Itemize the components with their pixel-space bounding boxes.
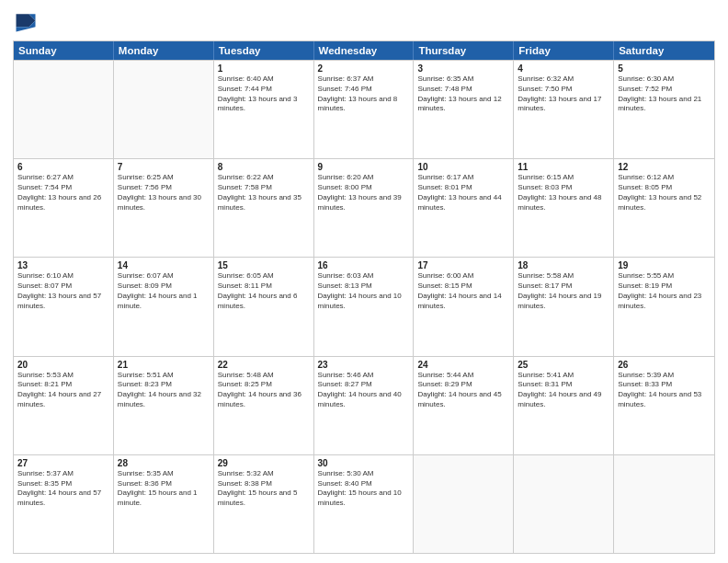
day-cell-12: 12Sunrise: 6:12 AMSunset: 8:05 PMDayligh… bbox=[614, 159, 714, 257]
logo bbox=[13, 9, 40, 35]
day-info: Sunrise: 6:10 AMSunset: 8:07 PMDaylight:… bbox=[17, 271, 109, 311]
calendar-body: 1Sunrise: 6:40 AMSunset: 7:44 PMDaylight… bbox=[14, 60, 714, 553]
header-day-saturday: Saturday bbox=[614, 41, 714, 60]
week-row-2: 6Sunrise: 6:27 AMSunset: 7:54 PMDaylight… bbox=[14, 158, 714, 257]
logo-icon bbox=[13, 9, 39, 35]
calendar-header: SundayMondayTuesdayWednesdayThursdayFrid… bbox=[14, 41, 714, 60]
day-number: 6 bbox=[17, 162, 109, 172]
day-cell-28: 28Sunrise: 5:35 AMSunset: 8:36 PMDayligh… bbox=[114, 455, 214, 553]
day-number: 3 bbox=[417, 63, 509, 74]
day-number: 16 bbox=[318, 260, 410, 270]
day-cell-15: 15Sunrise: 6:05 AMSunset: 8:11 PMDayligh… bbox=[214, 258, 314, 355]
day-cell-23: 23Sunrise: 5:46 AMSunset: 8:27 PMDayligh… bbox=[314, 357, 415, 454]
day-number: 14 bbox=[118, 260, 210, 270]
empty-cell-4-5 bbox=[514, 455, 614, 553]
day-cell-21: 21Sunrise: 5:51 AMSunset: 8:23 PMDayligh… bbox=[114, 357, 214, 454]
day-info: Sunrise: 5:30 AMSunset: 8:40 PMDaylight:… bbox=[318, 469, 410, 509]
day-number: 5 bbox=[618, 63, 711, 74]
empty-cell-0-0 bbox=[14, 61, 114, 158]
day-info: Sunrise: 5:44 AMSunset: 8:29 PMDaylight:… bbox=[417, 371, 509, 410]
day-number: 2 bbox=[318, 63, 410, 74]
week-row-5: 27Sunrise: 5:37 AMSunset: 8:35 PMDayligh… bbox=[14, 454, 714, 553]
day-cell-3: 3Sunrise: 6:35 AMSunset: 7:48 PMDaylight… bbox=[414, 61, 514, 158]
day-cell-10: 10Sunrise: 6:17 AMSunset: 8:01 PMDayligh… bbox=[414, 159, 514, 257]
day-cell-6: 6Sunrise: 6:27 AMSunset: 7:54 PMDaylight… bbox=[14, 159, 114, 257]
day-info: Sunrise: 6:25 AMSunset: 7:56 PMDaylight:… bbox=[118, 173, 210, 213]
day-cell-29: 29Sunrise: 5:32 AMSunset: 8:38 PMDayligh… bbox=[214, 455, 314, 553]
week-row-4: 20Sunrise: 5:53 AMSunset: 8:21 PMDayligh… bbox=[14, 356, 714, 454]
day-number: 26 bbox=[618, 360, 711, 370]
day-cell-22: 22Sunrise: 5:48 AMSunset: 8:25 PMDayligh… bbox=[214, 357, 314, 454]
day-cell-16: 16Sunrise: 6:03 AMSunset: 8:13 PMDayligh… bbox=[314, 258, 415, 355]
day-cell-27: 27Sunrise: 5:37 AMSunset: 8:35 PMDayligh… bbox=[14, 455, 114, 553]
day-info: Sunrise: 6:32 AMSunset: 7:50 PMDaylight:… bbox=[518, 75, 609, 114]
day-cell-20: 20Sunrise: 5:53 AMSunset: 8:21 PMDayligh… bbox=[14, 357, 114, 454]
day-number: 27 bbox=[17, 458, 109, 468]
day-info: Sunrise: 5:35 AMSunset: 8:36 PMDaylight:… bbox=[118, 469, 210, 509]
empty-cell-4-4 bbox=[414, 455, 514, 553]
day-number: 20 bbox=[17, 360, 109, 370]
day-info: Sunrise: 6:15 AMSunset: 8:03 PMDaylight:… bbox=[518, 173, 609, 213]
calendar: SundayMondayTuesdayWednesdayThursdayFrid… bbox=[13, 40, 715, 554]
day-cell-26: 26Sunrise: 5:39 AMSunset: 8:33 PMDayligh… bbox=[614, 357, 714, 454]
day-number: 18 bbox=[518, 260, 609, 270]
day-number: 12 bbox=[618, 162, 711, 172]
day-info: Sunrise: 6:20 AMSunset: 8:00 PMDaylight:… bbox=[318, 173, 410, 213]
header-day-monday: Monday bbox=[114, 41, 214, 60]
day-number: 8 bbox=[218, 162, 310, 172]
day-info: Sunrise: 5:32 AMSunset: 8:38 PMDaylight:… bbox=[218, 469, 310, 509]
day-info: Sunrise: 5:53 AMSunset: 8:21 PMDaylight:… bbox=[17, 371, 109, 410]
day-number: 11 bbox=[518, 162, 609, 172]
day-info: Sunrise: 5:46 AMSunset: 8:27 PMDaylight:… bbox=[318, 371, 410, 410]
day-number: 29 bbox=[218, 458, 310, 468]
day-cell-8: 8Sunrise: 6:22 AMSunset: 7:58 PMDaylight… bbox=[214, 159, 314, 257]
day-info: Sunrise: 5:48 AMSunset: 8:25 PMDaylight:… bbox=[218, 371, 310, 410]
day-cell-17: 17Sunrise: 6:00 AMSunset: 8:15 PMDayligh… bbox=[414, 258, 514, 355]
day-cell-11: 11Sunrise: 6:15 AMSunset: 8:03 PMDayligh… bbox=[514, 159, 614, 257]
day-info: Sunrise: 6:05 AMSunset: 8:11 PMDaylight:… bbox=[218, 271, 310, 311]
day-cell-1: 1Sunrise: 6:40 AMSunset: 7:44 PMDaylight… bbox=[214, 61, 314, 158]
day-cell-18: 18Sunrise: 5:58 AMSunset: 8:17 PMDayligh… bbox=[514, 258, 614, 355]
day-info: Sunrise: 6:30 AMSunset: 7:52 PMDaylight:… bbox=[618, 75, 711, 114]
day-cell-9: 9Sunrise: 6:20 AMSunset: 8:00 PMDaylight… bbox=[314, 159, 415, 257]
day-info: Sunrise: 6:40 AMSunset: 7:44 PMDaylight:… bbox=[218, 75, 310, 114]
day-info: Sunrise: 5:39 AMSunset: 8:33 PMDaylight:… bbox=[618, 371, 711, 410]
header-day-sunday: Sunday bbox=[14, 41, 114, 60]
day-number: 9 bbox=[318, 162, 410, 172]
day-number: 13 bbox=[17, 260, 109, 270]
day-info: Sunrise: 5:51 AMSunset: 8:23 PMDaylight:… bbox=[118, 371, 210, 410]
day-number: 15 bbox=[218, 260, 310, 270]
day-number: 17 bbox=[417, 260, 509, 270]
day-number: 24 bbox=[417, 360, 509, 370]
day-number: 30 bbox=[318, 458, 410, 468]
header-day-thursday: Thursday bbox=[414, 41, 514, 60]
day-number: 19 bbox=[618, 260, 711, 270]
day-info: Sunrise: 6:12 AMSunset: 8:05 PMDaylight:… bbox=[618, 173, 711, 213]
day-info: Sunrise: 6:35 AMSunset: 7:48 PMDaylight:… bbox=[417, 75, 509, 114]
day-info: Sunrise: 6:17 AMSunset: 8:01 PMDaylight:… bbox=[417, 173, 509, 213]
day-number: 25 bbox=[518, 360, 609, 370]
header-day-friday: Friday bbox=[514, 41, 614, 60]
day-cell-30: 30Sunrise: 5:30 AMSunset: 8:40 PMDayligh… bbox=[314, 455, 415, 553]
header-day-wednesday: Wednesday bbox=[314, 41, 415, 60]
day-info: Sunrise: 6:27 AMSunset: 7:54 PMDaylight:… bbox=[17, 173, 109, 213]
day-info: Sunrise: 6:07 AMSunset: 8:09 PMDaylight:… bbox=[118, 271, 210, 311]
day-number: 28 bbox=[118, 458, 210, 468]
day-number: 22 bbox=[218, 360, 310, 370]
week-row-1: 1Sunrise: 6:40 AMSunset: 7:44 PMDaylight… bbox=[14, 60, 714, 158]
week-row-3: 13Sunrise: 6:10 AMSunset: 8:07 PMDayligh… bbox=[14, 257, 714, 355]
day-info: Sunrise: 6:03 AMSunset: 8:13 PMDaylight:… bbox=[318, 271, 410, 311]
empty-cell-4-6 bbox=[614, 455, 714, 553]
day-cell-4: 4Sunrise: 6:32 AMSunset: 7:50 PMDaylight… bbox=[514, 61, 614, 158]
day-cell-13: 13Sunrise: 6:10 AMSunset: 8:07 PMDayligh… bbox=[14, 258, 114, 355]
day-cell-7: 7Sunrise: 6:25 AMSunset: 7:56 PMDaylight… bbox=[114, 159, 214, 257]
day-info: Sunrise: 5:37 AMSunset: 8:35 PMDaylight:… bbox=[17, 469, 109, 509]
day-info: Sunrise: 5:41 AMSunset: 8:31 PMDaylight:… bbox=[518, 371, 609, 410]
page: SundayMondayTuesdayWednesdayThursdayFrid… bbox=[0, 0, 728, 563]
day-number: 10 bbox=[417, 162, 509, 172]
day-cell-24: 24Sunrise: 5:44 AMSunset: 8:29 PMDayligh… bbox=[414, 357, 514, 454]
day-info: Sunrise: 5:58 AMSunset: 8:17 PMDaylight:… bbox=[518, 271, 609, 311]
day-info: Sunrise: 6:22 AMSunset: 7:58 PMDaylight:… bbox=[218, 173, 310, 213]
day-number: 23 bbox=[318, 360, 410, 370]
day-cell-14: 14Sunrise: 6:07 AMSunset: 8:09 PMDayligh… bbox=[114, 258, 214, 355]
